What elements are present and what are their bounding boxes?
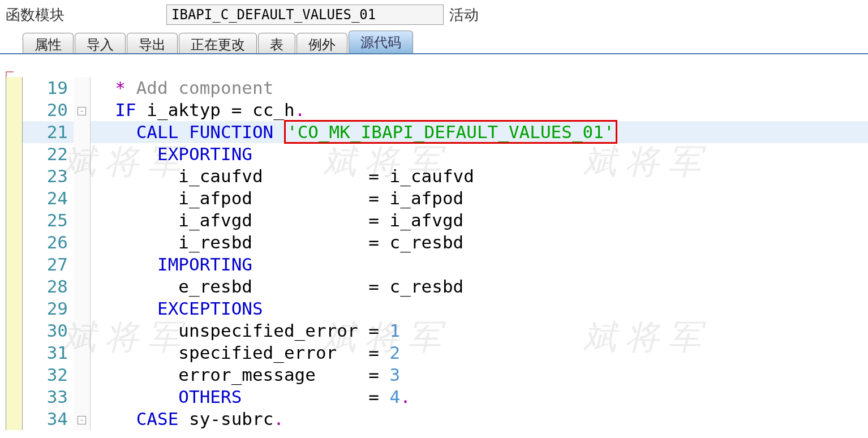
tab-3[interactable]: 正在更改 xyxy=(179,33,257,53)
line-number: 30 xyxy=(23,320,74,342)
code-line[interactable]: 32 error_message = 3 xyxy=(6,364,868,386)
code-line[interactable]: 21 CALL FUNCTION 'CO_MK_IBAPI_DEFAULT_VA… xyxy=(6,121,868,143)
code-token: * xyxy=(115,78,126,98)
code-token xyxy=(379,320,390,341)
code-token: Add component xyxy=(126,78,273,98)
fold-column xyxy=(74,209,91,231)
gutter xyxy=(6,254,23,276)
fold-column xyxy=(74,298,91,320)
line-number: 34 xyxy=(23,408,74,430)
code-line[interactable]: 33 OTHERS = 4. xyxy=(6,386,868,408)
code-token: i_afvgd xyxy=(94,210,368,230)
code-token: = xyxy=(368,166,379,186)
module-status: 活动 xyxy=(449,5,479,25)
code-content[interactable]: i_caufvd = i_caufvd xyxy=(91,165,868,187)
header-row: 函数模块 活动 xyxy=(0,0,868,29)
code-content[interactable]: i_afpod = i_afpod xyxy=(91,187,868,209)
code-token: specified_error xyxy=(94,342,368,363)
code-token: c_resbd xyxy=(379,276,463,297)
code-content[interactable]: IMPORTING xyxy=(91,254,868,276)
code-content[interactable]: i_resbd = c_resbd xyxy=(91,231,868,254)
code-line[interactable]: 29 EXCEPTIONS xyxy=(6,298,868,320)
line-number: 20 xyxy=(23,99,74,121)
code-token: 3 xyxy=(390,364,401,385)
code-token: i_caufvd xyxy=(379,166,474,186)
code-content[interactable]: unspecified_error = 1 xyxy=(91,320,868,342)
code-line[interactable]: 34- CASE sy-subrc. xyxy=(6,408,868,430)
code-content[interactable]: OTHERS = 4. xyxy=(91,386,868,408)
line-number: 25 xyxy=(23,209,74,231)
tab-2[interactable]: 导出 xyxy=(127,33,178,53)
tab-4[interactable]: 表 xyxy=(258,33,295,53)
line-number: 24 xyxy=(23,187,74,209)
tab-1[interactable]: 导入 xyxy=(75,33,126,53)
code-content[interactable]: CALL FUNCTION 'CO_MK_IBAPI_DEFAULT_VALUE… xyxy=(91,121,868,143)
gutter xyxy=(6,342,23,364)
code-content[interactable]: EXPORTING xyxy=(91,143,868,165)
code-line[interactable]: 20- IF i_aktyp = cc_h. xyxy=(6,99,868,121)
code-token: . xyxy=(400,387,411,407)
code-content[interactable]: i_afvgd = i_afvgd xyxy=(91,209,868,231)
code-token: CALL FUNCTION xyxy=(136,122,274,142)
code-token: i_caufvd xyxy=(94,166,368,186)
code-line[interactable]: 27 IMPORTING xyxy=(6,254,868,276)
code-token: cc_h xyxy=(242,100,294,120)
gutter xyxy=(6,143,23,165)
gutter xyxy=(6,231,23,254)
fold-column[interactable]: - xyxy=(74,408,91,430)
line-number: 28 xyxy=(23,276,74,298)
fold-column xyxy=(74,320,91,342)
code-line[interactable]: 24 i_afpod = i_afpod xyxy=(6,187,868,209)
code-line[interactable]: 23 i_caufvd = i_caufvd xyxy=(6,165,868,187)
code-token: i_afpod xyxy=(379,188,463,208)
code-token: error_message xyxy=(94,364,368,385)
module-name-input[interactable] xyxy=(166,5,444,25)
code-line[interactable]: 28 e_resbd = c_resbd xyxy=(6,276,868,298)
fold-column xyxy=(74,77,91,99)
code-line[interactable]: 30 unspecified_error = 1 xyxy=(6,320,868,342)
fold-column[interactable]: - xyxy=(74,99,91,121)
code-token: = xyxy=(368,342,379,363)
fold-column xyxy=(74,187,91,209)
code-content[interactable]: specified_error = 2 xyxy=(91,342,868,364)
code-line[interactable]: 31 specified_error = 2 xyxy=(6,342,868,364)
code-token: subrc xyxy=(221,409,273,429)
code-line[interactable]: 25 i_afvgd = i_afvgd xyxy=(6,209,868,231)
fold-toggle-icon[interactable]: - xyxy=(78,107,86,115)
gutter xyxy=(6,364,23,386)
code-content[interactable]: error_message = 3 xyxy=(91,364,868,386)
tab-6[interactable]: 源代码 xyxy=(349,31,413,53)
gutter xyxy=(6,276,23,298)
code-token: = xyxy=(368,387,379,407)
gutter xyxy=(6,187,23,209)
code-token: i_resbd xyxy=(94,232,368,252)
tab-0[interactable]: 属性 xyxy=(23,33,74,53)
code-token: IF xyxy=(115,100,136,120)
tab-5[interactable]: 例外 xyxy=(297,33,347,53)
gutter xyxy=(6,298,23,320)
code-content[interactable]: * Add component xyxy=(91,77,868,99)
fold-toggle-icon[interactable]: - xyxy=(78,416,86,424)
gutter xyxy=(6,99,23,121)
code-token: = xyxy=(368,210,379,230)
code-token: e_resbd xyxy=(94,276,368,297)
module-label: 函数模块 xyxy=(6,5,65,25)
code-editor[interactable]: 19 * Add component20- IF i_aktyp = cc_h.… xyxy=(0,54,868,438)
code-token: c_resbd xyxy=(379,232,463,252)
code-line[interactable]: 26 i_resbd = c_resbd xyxy=(6,231,868,254)
code-content[interactable]: EXCEPTIONS xyxy=(91,298,868,320)
line-number: 23 xyxy=(23,165,74,187)
code-line[interactable]: 22 EXPORTING xyxy=(6,143,868,165)
fold-column xyxy=(74,254,91,276)
code-token: = xyxy=(368,188,379,208)
code-content[interactable]: IF i_aktyp = cc_h. xyxy=(91,99,868,121)
code-content[interactable]: CASE sy-subrc. xyxy=(91,408,868,430)
code-line[interactable]: 19 * Add component xyxy=(6,77,868,99)
code-content[interactable]: e_resbd = c_resbd xyxy=(91,276,868,298)
line-number: 32 xyxy=(23,364,74,386)
line-number: 26 xyxy=(23,231,74,254)
code-token: - xyxy=(210,409,221,429)
gutter xyxy=(6,121,23,143)
code-token xyxy=(273,122,284,142)
fold-column xyxy=(74,165,91,187)
